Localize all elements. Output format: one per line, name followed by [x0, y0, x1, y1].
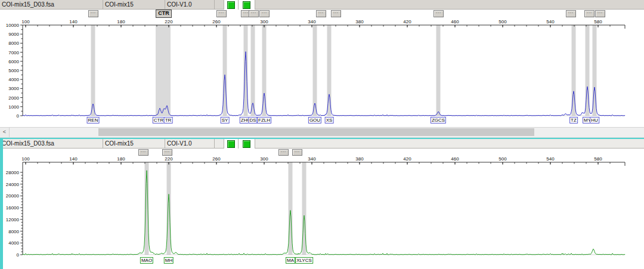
header-spacer-cell: [215, 139, 224, 149]
electropherogram-plot-green: 1001401802202603003403804204605005405800…: [0, 156, 644, 269]
marker-options-button[interactable]: ...: [292, 149, 302, 156]
y-tick-label: 2000: [8, 95, 19, 101]
peak-label-mao[interactable]: MAO: [140, 257, 153, 264]
peak-label-gou[interactable]: GOU: [308, 117, 321, 123]
sample-panel-bottom: COI-mix15_D03.fsa COI-mix15 COI-V1.0 ...…: [0, 138, 644, 269]
bin-region: [91, 25, 95, 116]
peak-label-ds[interactable]: DS: [248, 117, 257, 123]
marker-range-button[interactable]: CTR: [156, 10, 172, 18]
bin-region: [251, 25, 255, 116]
y-tick-label: 9000: [8, 32, 19, 37]
bin-region: [262, 25, 267, 116]
filename-cell[interactable]: COI-mix15_D03.fsa: [0, 139, 103, 149]
bin-region: [167, 162, 171, 255]
x-tick-label: 220: [165, 156, 173, 162]
x-tick-label: 300: [260, 156, 268, 162]
display-toggle-cell[interactable]: [224, 0, 239, 10]
y-tick-label: 24000: [6, 182, 20, 187]
bin-region: [327, 25, 332, 116]
peak-label-mh[interactable]: MH: [164, 257, 174, 264]
display-toggle-cell[interactable]: [239, 139, 255, 149]
x-tick-label: 580: [594, 156, 602, 162]
peak-label-tr[interactable]: TR: [164, 117, 173, 123]
panel-header-row: COI-mix15_D03.fsa COI-mix15 COI-V1.0: [0, 139, 644, 149]
marker-options-button[interactable]: ...: [249, 10, 259, 17]
x-tick-label: 460: [451, 156, 459, 162]
y-tick-label: 8000: [8, 41, 19, 46]
panel-version-cell[interactable]: COI-V1.0: [165, 0, 215, 10]
scroll-left-button[interactable]: <: [0, 128, 10, 137]
y-tick-label: 12000: [6, 217, 20, 222]
selected-marker-range: [156, 25, 171, 116]
x-tick-label: 380: [355, 156, 364, 162]
y-tick-label: 7000: [8, 50, 19, 55]
peak-label-ma[interactable]: MA: [286, 257, 295, 264]
x-tick-label: 100: [21, 156, 30, 162]
header-spacer-cell: [215, 0, 224, 10]
fragment-analysis-window: COI-mix15_D03.fsa COI-mix15 COI-V1.0 ...…: [0, 0, 644, 269]
electropherogram-trace: [23, 171, 625, 255]
x-tick-label: 460: [451, 19, 459, 24]
marker-options-button[interactable]: ...: [278, 149, 289, 156]
peak-label-ctr[interactable]: CTR: [153, 117, 165, 123]
electropherogram-plot-blue: 1001401802202603003403804204605005405800…: [0, 18, 644, 127]
y-tick-label: 0: [17, 113, 20, 119]
marker-options-button[interactable]: ...: [331, 10, 341, 17]
sample-name-cell[interactable]: COI-mix15: [103, 0, 165, 10]
peak-label-fzlh[interactable]: FZLH: [257, 117, 271, 123]
sample-panel-top: COI-mix15_D03.fsa COI-mix15 COI-V1.0 ...…: [0, 0, 644, 127]
peak-label-ren[interactable]: REN: [87, 117, 100, 123]
marker-options-button[interactable]: ...: [584, 10, 595, 17]
marker-options-button[interactable]: ...: [434, 10, 444, 17]
marker-options-button[interactable]: ...: [259, 10, 270, 17]
marker-options-button[interactable]: ...: [216, 10, 227, 17]
horizontal-scrollbar[interactable]: <: [0, 127, 644, 138]
selection-highlight-strip: [0, 138, 3, 269]
header-filler-cell: [255, 139, 644, 149]
x-tick-label: 260: [212, 156, 221, 162]
checked-checkbox-icon[interactable]: [243, 140, 250, 148]
y-tick-label: 0: [17, 252, 20, 258]
bin-region: [436, 25, 441, 116]
y-tick-label: 28000: [6, 170, 20, 175]
x-tick-label: 100: [21, 19, 30, 24]
x-tick-label: 500: [499, 156, 507, 162]
x-tick-label: 140: [69, 156, 78, 162]
sample-name-cell[interactable]: COI-mix15: [103, 139, 165, 149]
checked-checkbox-icon[interactable]: [227, 140, 235, 148]
bin-region: [313, 25, 317, 116]
scrollbar-thumb[interactable]: [98, 128, 534, 136]
checked-checkbox-icon[interactable]: [243, 1, 250, 9]
x-tick-label: 300: [260, 19, 268, 24]
display-toggle-cell[interactable]: [239, 0, 255, 10]
peak-label-xlycs[interactable]: XLYCS: [295, 257, 313, 264]
x-tick-label: 220: [165, 19, 173, 24]
marker-options-button[interactable]: ...: [88, 10, 98, 17]
y-tick-label: 4000: [8, 240, 19, 246]
y-tick-label: 3000: [8, 86, 19, 91]
y-tick-label: 16000: [6, 205, 20, 211]
plot-svg: 1001401802202603003403804204605005405800…: [0, 156, 644, 269]
plot-svg: 1001401802202603003403804204605005405800…: [0, 18, 644, 127]
panel-version-cell[interactable]: COI-V1.0: [165, 139, 215, 149]
marker-options-button[interactable]: ...: [138, 149, 148, 156]
y-tick-label: 1000: [8, 104, 19, 110]
filename-cell[interactable]: COI-mix15_D03.fsa: [0, 0, 103, 10]
marker-button-strip: .................................CTR: [0, 10, 644, 18]
marker-options-button[interactable]: ...: [566, 10, 576, 17]
x-tick-label: 340: [308, 19, 316, 24]
peak-label-xs[interactable]: XS: [325, 117, 334, 123]
marker-options-button[interactable]: ...: [162, 149, 172, 156]
peak-label-tz[interactable]: TZ: [569, 117, 578, 123]
marker-options-button[interactable]: ...: [595, 10, 605, 17]
y-tick-label: 4000: [8, 77, 19, 82]
peak-label-sy[interactable]: SY: [221, 117, 230, 123]
checked-checkbox-icon[interactable]: [227, 1, 235, 9]
peak-label-hu[interactable]: HU: [590, 117, 599, 123]
y-tick-label: 6000: [8, 59, 19, 64]
x-tick-label: 180: [117, 19, 125, 24]
marker-button-strip: ............: [0, 149, 644, 156]
peak-label-zgcs[interactable]: ZGCS: [431, 117, 446, 123]
marker-options-button[interactable]: ...: [316, 10, 326, 17]
display-toggle-cell[interactable]: [224, 139, 239, 149]
